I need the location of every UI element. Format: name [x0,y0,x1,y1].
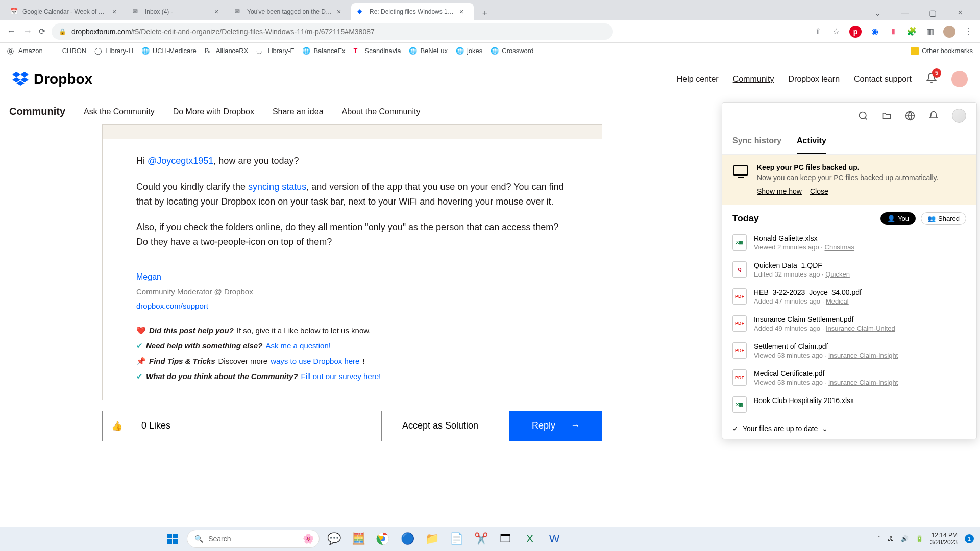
bookmark-scandinavia[interactable]: TScandinavia [354,47,401,55]
minimize-button[interactable]: — [893,5,917,20]
activity-row[interactable]: PDF HEB_3-22-2023_Joyce_$4.00.pdf Added … [722,283,976,310]
taskbar-search[interactable]: 🔍Search🌸 [187,530,320,548]
tray-volume-icon[interactable]: 🔊 [901,535,909,542]
activity-row[interactable]: X▦ Ronald Galiette.xlsx Viewed 2 minutes… [722,229,976,256]
url-input[interactable]: 🔒 dropboxforum.com/t5/Delete-edit-and-or… [52,23,613,40]
notification-bell[interactable]: 5 [926,72,937,86]
profile-avatar[interactable] [943,26,955,38]
tips-link[interactable]: ways to use Dropbox here [271,355,359,367]
nav-do-more[interactable]: Do More with Dropbox [173,107,254,116]
bookmark-benelux[interactable]: 🌐BeNeLux [409,47,447,55]
other-bookmarks[interactable]: Other bookmarks [911,47,973,55]
bookmark-chron[interactable]: CHRON [51,47,87,55]
taskbar-pdf-icon[interactable]: 📄 [446,529,467,549]
bookmark-library-h[interactable]: ◯Library-H [94,47,133,55]
close-window-button[interactable]: × [948,5,972,20]
close-icon[interactable]: × [459,8,468,16]
show-me-how-link[interactable]: Show me how [757,187,802,197]
tray-notification-icon[interactable]: 1 [965,534,974,543]
tab-calendar[interactable]: 📅Google Calendar - Week of Marc× [4,3,127,20]
activity-row[interactable]: PDF Settlement of Claim.pdf Viewed 53 mi… [722,337,976,364]
close-icon[interactable]: × [112,8,120,16]
syncing-status-link[interactable]: syncing status [248,182,306,192]
survey-link[interactable]: Fill out our survey here! [301,370,381,383]
globe-icon[interactable] [905,111,915,121]
close-icon[interactable]: × [214,8,223,16]
activity-row[interactable]: PDF Insurance Claim Settlement.pdf Added… [722,310,976,337]
taskbar-chat-icon[interactable]: 💬 [324,529,344,549]
nav-community[interactable]: Community [733,74,774,84]
pinterest-extension-icon[interactable]: p [849,26,862,38]
tray-network-icon[interactable]: 🖧 [888,535,894,542]
activity-row[interactable]: Q Quicken Data_1.QDF Edited 32 minutes a… [722,256,976,283]
bookmark-star-icon[interactable]: ☆ [831,27,841,37]
tab-activity[interactable]: Activity [797,129,826,154]
nav-share-idea[interactable]: Share an idea [273,107,324,116]
activity-list: X▦ Ronald Galiette.xlsx Viewed 2 minutes… [722,229,976,418]
nav-contact-support[interactable]: Contact support [854,74,912,84]
popup-user-avatar[interactable] [952,109,966,123]
activity-row[interactable]: X▦ Book Club Hospitality 2016.xlsx [722,391,976,418]
start-button[interactable] [162,529,183,549]
chevron-down-icon[interactable]: ⌄ [822,424,828,433]
bookmark-amazon[interactable]: ⓐAmazon [7,47,43,55]
folder-icon[interactable] [881,111,892,121]
taskbar-app-icon[interactable]: 🗔 [495,529,516,549]
bookmark-balanceex[interactable]: 🌐BalanceEx [302,47,345,55]
taskbar-calculator-icon[interactable]: 🧮 [348,529,369,549]
extensions-puzzle-icon[interactable]: 🧩 [906,27,917,37]
forward-button[interactable]: → [22,26,33,37]
tab-sync-history[interactable]: Sync history [732,129,781,154]
nav-ask-community[interactable]: Ask the Community [84,107,155,116]
like-button[interactable]: 👍 [103,411,131,441]
filter-shared[interactable]: 👥Shared [921,212,966,225]
bookmark-alliancerx[interactable]: ℞AllianceRX [205,47,249,55]
nav-help-center[interactable]: Help center [677,74,719,84]
activity-row[interactable]: PDF Medical Certificate.pdf Viewed 53 mi… [722,364,976,391]
ask-question-link[interactable]: Ask me a question! [265,340,331,352]
taskbar-chrome-icon[interactable] [373,529,393,549]
bell-icon[interactable] [928,111,939,121]
bookmark-uch[interactable]: 🌐UCH-Medicare [141,47,197,55]
share-icon[interactable]: ⇧ [813,27,823,37]
bookmark-library-f[interactable]: ◡Library-F [256,47,294,55]
taskbar-app-icon[interactable]: 🔵 [397,529,418,549]
new-tab-button[interactable]: + [478,6,492,20]
nav-about-community[interactable]: About the Community [342,107,421,116]
user-avatar[interactable] [951,71,968,87]
tab-dropbox-forum[interactable]: ◆Re: Deleting files Windows 11 - P× [351,3,474,20]
bookmark-crossword[interactable]: 🌐Crossword [491,47,533,55]
accept-solution-button[interactable]: Accept as Solution [381,411,499,441]
author-link[interactable]: Megan [136,270,568,284]
taskbar-clock[interactable]: 12:14 PM 3/28/2023 [930,532,958,546]
taskbar-word-icon[interactable]: W [544,529,565,549]
tray-battery-icon[interactable]: 🔋 [916,535,923,542]
user-mention[interactable]: @Joycegtx1951 [148,156,213,166]
close-banner-link[interactable]: Close [810,187,828,197]
tray-chevron-icon[interactable]: ˄ [877,535,880,542]
tab-tagged[interactable]: ✉You've been tagged on the Drop× [229,3,351,20]
chevron-down-icon[interactable]: ⌄ [866,5,889,20]
globe-icon: 🌐 [456,47,464,55]
close-icon[interactable]: × [337,8,345,16]
maximize-button[interactable]: ▢ [921,5,944,20]
chrome-menu-icon[interactable]: ⋮ [964,27,974,37]
extension-icon[interactable]: ◉ [870,27,880,37]
check-icon: ✔ [136,340,143,352]
extension-icon[interactable]: ⦀ [888,27,898,37]
filter-you[interactable]: 👤You [880,212,916,225]
nav-dropbox-learn[interactable]: Dropbox learn [789,74,840,84]
back-button[interactable]: ← [6,26,16,37]
taskbar-explorer-icon[interactable]: 📁 [422,529,442,549]
sidepanel-icon[interactable]: ▥ [925,27,935,37]
taskbar-excel-icon[interactable]: X [520,529,540,549]
bookmark-jokes[interactable]: 🌐jokes [456,47,482,55]
taskbar-snip-icon[interactable]: ✂️ [471,529,491,549]
reply-button[interactable]: Reply→ [509,411,602,441]
tab-inbox[interactable]: ✉Inbox (4) -× [127,3,229,20]
dropbox-logo[interactable]: Dropbox [12,71,92,87]
reload-button[interactable]: ⟳ [39,27,45,36]
support-link[interactable]: dropbox.com/support [136,300,568,312]
lock-icon: 🔒 [59,28,66,35]
search-icon[interactable] [858,111,868,121]
